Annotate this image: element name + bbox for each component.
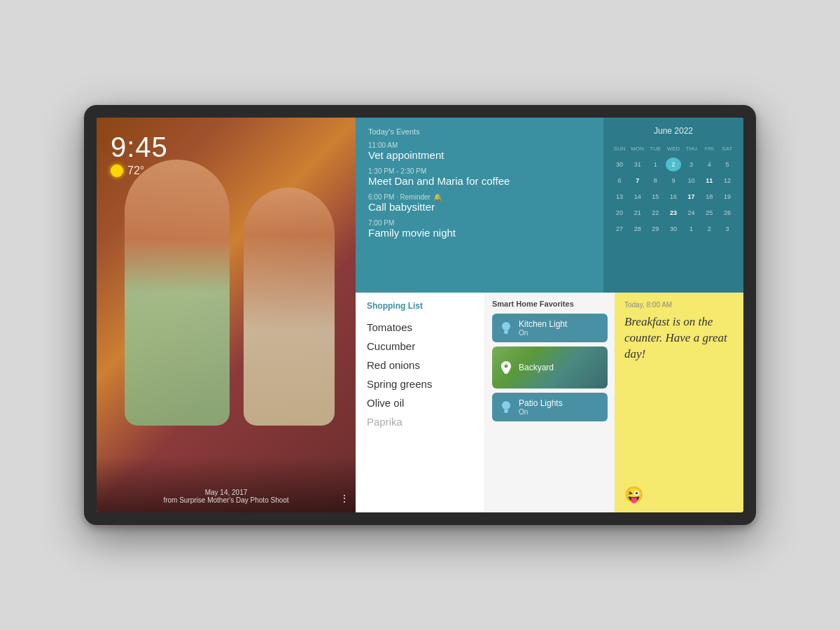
cal-day[interactable]: 27 <box>612 222 627 236</box>
cal-day[interactable]: 8 <box>648 174 663 188</box>
top-section: Today's Events 11:00 AM Vet appointment … <box>356 118 743 293</box>
cal-day[interactable]: 15 <box>648 190 663 204</box>
patio-bulb-icon <box>499 400 513 414</box>
smarthome-panel: Smart Home Favorites Kitchen Light On <box>485 293 615 512</box>
cal-day[interactable]: 3 <box>720 222 735 236</box>
cal-day-today[interactable]: 2 <box>666 158 681 172</box>
calendar-panel: June 2022 SUN MON TUE WED THU FRI SAT <box>603 118 743 293</box>
calendar-week-4: 20 21 22 23 24 25 26 <box>612 206 735 220</box>
event-title-1: Vet appointment <box>368 149 591 162</box>
events-title: Today's Events <box>368 127 591 136</box>
photo-caption: May 14, 2017 from Surprise Mother's Day … <box>97 489 356 504</box>
cal-day[interactable]: 26 <box>720 206 735 220</box>
cal-day[interactable]: 4 <box>701 158 717 172</box>
weather-display: 72° <box>111 164 168 177</box>
shopping-item-1: Tomatoes <box>367 318 473 337</box>
device-info-patio: Patio Lights On <box>519 398 601 416</box>
cal-day[interactable]: 19 <box>720 190 735 204</box>
event-title-3: Call babysitter <box>368 201 591 214</box>
cal-day[interactable]: 16 <box>666 190 681 204</box>
cal-day[interactable]: 1 <box>648 158 663 172</box>
cal-day[interactable]: 14 <box>630 190 645 204</box>
bulb-icon <box>499 321 513 335</box>
device-kitchen-light[interactable]: Kitchen Light On <box>492 314 608 342</box>
shopping-item-5: Olive oil <box>367 393 473 412</box>
svg-point-0 <box>502 322 510 330</box>
device-info-backyard: Backyard <box>519 363 601 372</box>
photo-menu-dots[interactable]: ⋮ <box>340 493 350 504</box>
shopping-item-4: Spring greens <box>367 374 473 393</box>
cal-day[interactable]: 1 <box>684 222 699 236</box>
event-item-4[interactable]: 7:00 PM Family movie night <box>368 219 591 239</box>
device-backyard[interactable]: Backyard <box>492 346 608 388</box>
calendar-week-3: 13 14 15 16 17 18 19 <box>612 190 735 204</box>
cal-day[interactable]: 9 <box>666 174 681 188</box>
shopping-title: Shopping List <box>367 301 473 311</box>
calendar-week-1: 30 31 1 2 3 4 5 <box>612 158 735 172</box>
note-emoji: 😜 <box>624 486 734 504</box>
bottom-section: Shopping List Tomatoes Cucumber Red onio… <box>356 293 743 512</box>
calendar-month-year: June 2022 <box>612 126 735 136</box>
cal-sat: SAT <box>720 141 735 155</box>
photo-panel: 9:45 72° May 14, 2017 from Surprise Moth… <box>97 118 356 512</box>
cal-day-bold[interactable]: 11 <box>701 174 717 188</box>
sun-icon <box>111 164 123 177</box>
cal-sun: SUN <box>612 141 627 155</box>
event-item-3[interactable]: 6:00 PM · Reminder 🔔 Call babysitter <box>368 193 591 214</box>
svg-point-3 <box>502 401 510 410</box>
cal-day[interactable]: 30 <box>612 158 627 172</box>
cal-day[interactable]: 28 <box>630 222 645 236</box>
cal-day[interactable]: 22 <box>648 206 663 220</box>
cal-day[interactable]: 6 <box>612 174 627 188</box>
svg-rect-1 <box>504 330 508 332</box>
event-title-4: Family movie night <box>368 227 591 239</box>
photo-overlay <box>97 456 356 512</box>
event-time-1: 11:00 AM <box>368 141 591 149</box>
device-info-kitchen: Kitchen Light On <box>519 319 601 337</box>
shopping-item-6: Paprika <box>367 412 473 431</box>
cal-day[interactable]: 13 <box>612 190 627 204</box>
temperature: 72° <box>127 164 144 177</box>
cal-day-bold[interactable]: 7 <box>630 174 645 188</box>
cal-day[interactable]: 25 <box>701 206 717 220</box>
device-name-patio: Patio Lights <box>519 398 601 408</box>
event-item-1[interactable]: 11:00 AM Vet appointment <box>368 141 591 162</box>
photo-child-left <box>125 160 230 426</box>
cal-day[interactable]: 5 <box>720 158 735 172</box>
event-title-2: Meet Dan and Maria for coffee <box>368 175 591 188</box>
cal-day[interactable]: 10 <box>684 174 699 188</box>
event-item-2[interactable]: 1:30 PM - 2:30 PM Meet Dan and Maria for… <box>368 167 591 188</box>
cal-wed: WED <box>666 141 681 155</box>
shopping-panel: Shopping List Tomatoes Cucumber Red onio… <box>356 293 485 512</box>
cal-day[interactable]: 12 <box>720 174 735 188</box>
clock-display: 9:45 72° <box>111 132 168 177</box>
note-timestamp: Today, 8:00 AM <box>624 301 734 309</box>
device-patio-lights[interactable]: Patio Lights On <box>492 393 608 421</box>
calendar-grid: SUN MON TUE WED THU FRI SAT 30 31 1 <box>612 141 735 236</box>
right-panels: Today's Events 11:00 AM Vet appointment … <box>356 118 743 512</box>
cal-day[interactable]: 21 <box>630 206 645 220</box>
cal-day-bold[interactable]: 17 <box>684 190 699 204</box>
svg-rect-5 <box>505 412 508 413</box>
cal-day[interactable]: 20 <box>612 206 627 220</box>
shopping-item-2: Cucumber <box>367 337 473 356</box>
events-panel: Today's Events 11:00 AM Vet appointment … <box>356 118 603 293</box>
photo-subcaption: from Surprise Mother's Day Photo Shoot <box>97 496 356 504</box>
cal-day[interactable]: 30 <box>666 222 681 236</box>
cal-day[interactable]: 18 <box>701 190 717 204</box>
screen: 9:45 72° May 14, 2017 from Surprise Moth… <box>97 118 743 512</box>
calendar-header-row: SUN MON TUE WED THU FRI SAT <box>612 141 735 155</box>
cal-day[interactable]: 29 <box>648 222 663 236</box>
calendar-week-2: 6 7 8 9 10 11 12 <box>612 174 735 188</box>
event-time-3: 6:00 PM · Reminder 🔔 <box>368 193 591 201</box>
cal-fri: FRI <box>701 141 717 155</box>
shopping-item-3: Red onions <box>367 356 473 374</box>
cal-day[interactable]: 3 <box>684 158 699 172</box>
cal-day[interactable]: 31 <box>630 158 645 172</box>
note-panel: Today, 8:00 AM Breakfast is on the count… <box>615 293 743 512</box>
cal-day[interactable]: 24 <box>684 206 699 220</box>
photo-child-right <box>244 188 335 426</box>
cal-day-bold[interactable]: 23 <box>666 206 681 220</box>
cal-day[interactable]: 2 <box>701 222 717 236</box>
svg-rect-2 <box>505 332 508 334</box>
